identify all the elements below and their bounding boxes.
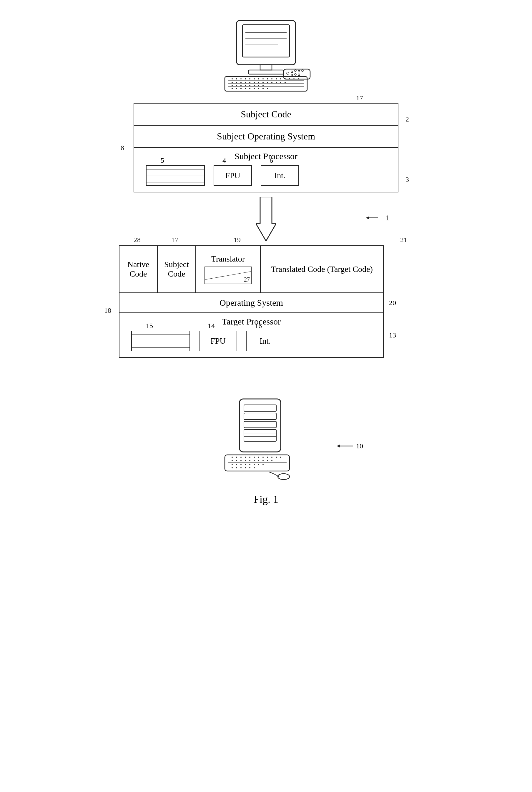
svg-point-49 (236, 88, 237, 89)
ref-14-label: 14 (208, 322, 215, 330)
svg-point-102 (232, 464, 233, 465)
svg-point-31 (249, 82, 250, 83)
svg-point-55 (263, 88, 264, 89)
svg-point-30 (245, 82, 246, 83)
svg-point-107 (254, 464, 255, 465)
svg-point-21 (276, 78, 277, 79)
ref-21-label: 21 (400, 236, 407, 244)
target-processor-components: 15 14 FPU (125, 331, 377, 351)
svg-point-93 (236, 460, 237, 461)
target-fpu-label: FPU (210, 336, 225, 346)
svg-point-51 (245, 88, 246, 89)
svg-point-112 (241, 467, 242, 468)
ref-19-label: 19 (234, 236, 241, 244)
ref-4-label: 4 (223, 156, 226, 165)
translated-code-cell: Translated Code (Target Code) (261, 246, 383, 292)
os-label: Operating System (220, 298, 283, 307)
svg-point-44 (249, 85, 250, 86)
svg-point-109 (263, 464, 264, 465)
svg-point-84 (249, 457, 250, 458)
translator-label: Translator (211, 254, 245, 264)
svg-rect-72 (244, 421, 276, 428)
svg-point-54 (258, 88, 259, 89)
subject-os-row: Subject Operating System (134, 125, 398, 148)
svg-point-99 (263, 460, 264, 461)
processor-components: 5 4 FPU (140, 165, 392, 186)
svg-point-33 (258, 82, 259, 83)
svg-rect-76 (225, 455, 289, 471)
svg-point-59 (291, 71, 293, 73)
page: 17 8 2 3 Subject Code Subject Operating … (0, 0, 532, 792)
svg-rect-57 (284, 69, 310, 79)
target-processor-label: Target Processor (125, 316, 377, 327)
ref-16-label: 16 (255, 322, 262, 330)
svg-point-100 (267, 460, 268, 461)
svg-point-116 (278, 474, 289, 480)
svg-point-46 (258, 85, 259, 86)
subject-processor-label: Subject Processor (140, 151, 392, 161)
ref-27-label: 27 (244, 276, 250, 283)
svg-point-106 (249, 464, 250, 465)
target-int-box: Int. (246, 331, 284, 351)
svg-point-85 (254, 457, 255, 458)
fpu-label: FPU (225, 171, 240, 180)
svg-point-104 (241, 464, 242, 465)
svg-point-82 (241, 457, 242, 458)
svg-point-41 (236, 85, 237, 86)
svg-point-91 (280, 457, 281, 458)
int-label: Int. (274, 171, 285, 180)
svg-rect-1 (243, 25, 289, 57)
svg-point-42 (241, 85, 242, 86)
native-code-label: Native Code (122, 260, 154, 278)
ref-6-label: 6 (269, 156, 273, 165)
svg-point-43 (245, 85, 246, 86)
svg-point-105 (245, 464, 246, 465)
svg-point-60 (294, 70, 296, 72)
svg-point-83 (245, 457, 246, 458)
svg-point-39 (285, 82, 286, 83)
lower-top-row: Native Code Subject Code Translator 27 T… (119, 246, 383, 293)
svg-point-113 (245, 467, 246, 468)
svg-point-56 (267, 88, 268, 89)
fpu-box-wrap: 4 FPU (214, 165, 252, 186)
svg-point-16 (254, 78, 255, 79)
int-box: Int. (261, 165, 299, 186)
target-register-box (131, 331, 190, 351)
os-row: Operating System 20 (119, 293, 383, 313)
ref-3: 3 (405, 176, 409, 183)
ref-15-label: 15 (146, 322, 153, 330)
svg-point-115 (254, 467, 255, 468)
svg-rect-71 (244, 413, 276, 420)
svg-point-35 (267, 82, 268, 83)
down-arrow-svg (256, 197, 276, 241)
lower-diagram-container: 28 17 19 21 18 Native Code Subject Code … (119, 245, 413, 375)
svg-point-34 (263, 82, 264, 83)
svg-point-32 (254, 82, 255, 83)
target-fpu-box-wrap: 14 FPU (199, 331, 237, 351)
svg-point-50 (241, 88, 242, 89)
svg-rect-6 (248, 70, 284, 74)
svg-point-40 (232, 85, 233, 86)
target-register-box-wrap: 15 (131, 331, 190, 351)
svg-point-48 (232, 88, 233, 89)
svg-point-58 (287, 72, 289, 74)
svg-point-96 (249, 460, 250, 461)
ref-17-upper: 17 (356, 94, 363, 102)
svg-point-62 (302, 70, 303, 72)
translated-code-label: Translated Code (Target Code) (271, 265, 373, 274)
target-fpu-box: FPU (199, 331, 237, 351)
ref-10-container: 10 (332, 440, 363, 452)
svg-point-87 (263, 457, 264, 458)
svg-point-18 (263, 78, 264, 79)
ref-10-arrow-svg (332, 440, 356, 452)
svg-point-89 (271, 457, 272, 458)
svg-point-45 (254, 85, 255, 86)
ref-13-label: 13 (389, 331, 396, 339)
svg-point-98 (258, 460, 259, 461)
svg-rect-70 (244, 405, 276, 411)
svg-point-52 (249, 88, 250, 89)
svg-point-94 (241, 460, 242, 461)
svg-point-20 (271, 78, 272, 79)
svg-point-17 (258, 78, 259, 79)
svg-point-92 (232, 460, 233, 461)
